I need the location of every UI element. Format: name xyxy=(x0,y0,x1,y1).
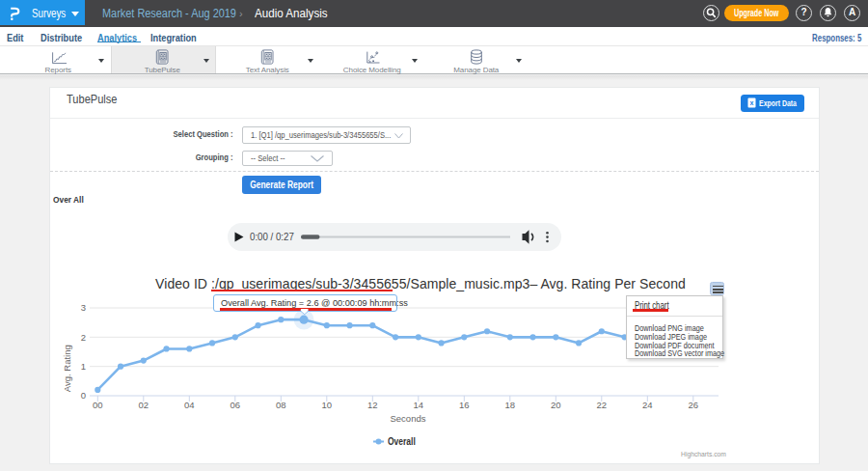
svg-text:2: 2 xyxy=(81,332,86,343)
svg-text:06: 06 xyxy=(231,400,241,410)
svg-text:3: 3 xyxy=(81,302,86,313)
svg-text:22: 22 xyxy=(597,400,608,410)
svg-text:04: 04 xyxy=(184,400,195,410)
svg-text:10: 10 xyxy=(322,400,333,410)
svg-text:14: 14 xyxy=(414,400,424,410)
svg-text:1: 1 xyxy=(81,361,86,372)
svg-text:Avg. Rating: Avg. Rating xyxy=(62,345,72,392)
svg-text:16: 16 xyxy=(459,400,470,410)
svg-text:20: 20 xyxy=(551,400,561,410)
svg-text:26: 26 xyxy=(689,400,699,410)
svg-text:08: 08 xyxy=(276,400,286,410)
svg-text:Seconds: Seconds xyxy=(391,413,426,424)
svg-text:02: 02 xyxy=(139,400,149,410)
svg-text:24: 24 xyxy=(642,400,653,410)
svg-text:12: 12 xyxy=(367,400,378,410)
svg-text:00: 00 xyxy=(93,400,103,410)
svg-text:0: 0 xyxy=(81,390,86,401)
svg-text:18: 18 xyxy=(505,400,516,410)
